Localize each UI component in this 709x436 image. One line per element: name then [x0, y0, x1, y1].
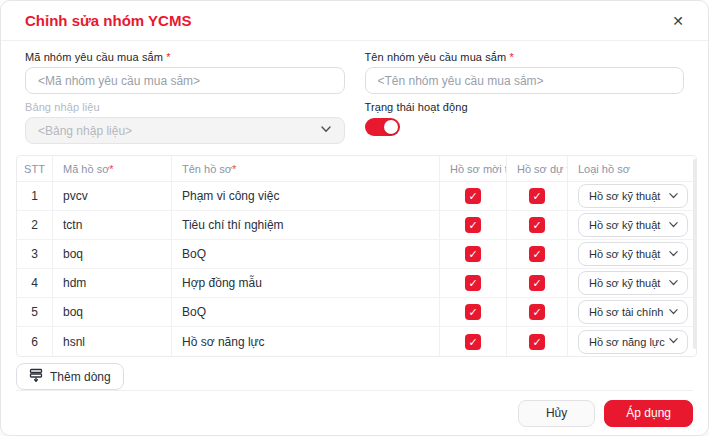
- dialog-footer: Hủy Áp dụng: [16, 390, 693, 435]
- cancel-button[interactable]: Hủy: [518, 400, 595, 427]
- edit-ycms-group-dialog: Chỉnh sửa nhóm YCMS ✕ Mã nhóm yêu cầu mu…: [0, 0, 709, 436]
- group-name-input[interactable]: [365, 67, 685, 94]
- doc-type-cell: Hồ sơ kỹ thuật: [568, 211, 696, 240]
- doc-type-select[interactable]: Hồ sơ năng lực: [578, 330, 688, 354]
- bid-checkbox-cell: ✓: [507, 298, 568, 327]
- invite-checkbox[interactable]: ✓: [465, 275, 481, 291]
- data-sheet-field: Bảng nhập liệu <Bảng nhập liệu>: [25, 101, 345, 144]
- doc-code-cell[interactable]: hdm: [53, 269, 172, 298]
- data-sheet-label: Bảng nhập liệu: [25, 101, 345, 114]
- invite-checkbox-cell: ✓: [440, 298, 507, 327]
- bid-checkbox[interactable]: ✓: [529, 246, 545, 262]
- invite-checkbox[interactable]: ✓: [465, 217, 481, 233]
- table-scrollbar[interactable]: [693, 159, 697, 349]
- header-stt: STT: [17, 156, 53, 182]
- bid-checkbox-cell: ✓: [507, 182, 568, 211]
- group-code-field: Mã nhóm yêu cầu mua sắm *: [25, 51, 345, 94]
- header-type: Loại hồ sơ: [568, 156, 696, 182]
- row-index-cell: 1: [17, 182, 53, 211]
- bid-checkbox-cell: ✓: [507, 269, 568, 298]
- add-row-button[interactable]: Thêm dòng: [16, 363, 124, 390]
- chevron-down-icon: [668, 335, 679, 348]
- doc-code-cell[interactable]: pvcv: [53, 182, 172, 211]
- row-index-cell: 6: [17, 327, 53, 356]
- status-toggle[interactable]: [365, 118, 400, 136]
- close-icon[interactable]: ✕: [670, 12, 686, 30]
- insert-row-icon: [29, 368, 43, 385]
- doc-type-select[interactable]: Hồ sơ kỹ thuật: [578, 213, 688, 237]
- doc-name-cell[interactable]: Tiêu chí thí nghiệm: [172, 211, 440, 240]
- invite-checkbox[interactable]: ✓: [465, 304, 481, 320]
- doc-type-select[interactable]: Hồ sơ tài chính: [578, 300, 688, 324]
- doc-type-cell: Hồ sơ năng lực: [568, 327, 696, 356]
- doc-type-select-value: Hồ sơ kỹ thuật: [589, 219, 660, 231]
- invite-checkbox[interactable]: ✓: [465, 188, 481, 204]
- invite-checkbox-cell: ✓: [440, 182, 507, 211]
- doc-type-select[interactable]: Hồ sơ kỹ thuật: [578, 242, 688, 266]
- doc-type-select-value: Hồ sơ kỹ thuật: [589, 190, 660, 202]
- row-index-cell: 5: [17, 298, 53, 327]
- add-row-label: Thêm dòng: [50, 370, 111, 384]
- dialog-body: Mã nhóm yêu cầu mua sắm * Tên nhóm yêu c…: [1, 41, 708, 390]
- doc-name-cell[interactable]: BoQ: [172, 240, 440, 269]
- doc-code-cell[interactable]: hsnl: [53, 327, 172, 356]
- table-row: 1pvcvPhạm vi công việc✓✓Hồ sơ kỹ thuật: [17, 182, 696, 211]
- apply-button[interactable]: Áp dụng: [604, 400, 693, 427]
- chevron-down-icon: [668, 277, 679, 290]
- toggle-knob: [384, 120, 398, 134]
- header-bid: Hồ sơ dự thầu: [507, 156, 568, 182]
- bid-checkbox[interactable]: ✓: [529, 188, 545, 204]
- table-header-row: STT Mã hồ sơ* Tên hồ sơ* Hồ sơ mời thầu …: [17, 156, 696, 182]
- table-row: 2tctnTiêu chí thí nghiệm✓✓Hồ sơ kỹ thuật: [17, 211, 696, 240]
- doc-name-cell[interactable]: Hồ sơ năng lực: [172, 327, 440, 356]
- doc-name-cell[interactable]: BoQ: [172, 298, 440, 327]
- invite-checkbox[interactable]: ✓: [465, 246, 481, 262]
- doc-type-select-value: Hồ sơ tài chính: [589, 306, 663, 318]
- chevron-down-icon: [320, 123, 332, 138]
- doc-type-select-value: Hồ sơ kỹ thuật: [589, 248, 660, 260]
- status-field: Trạng thái hoạt động: [365, 101, 685, 144]
- bid-checkbox-cell: ✓: [507, 211, 568, 240]
- doc-code-cell[interactable]: boq: [53, 240, 172, 269]
- documents-table: STT Mã hồ sơ* Tên hồ sơ* Hồ sơ mời thầu …: [16, 155, 697, 357]
- chevron-down-icon: [668, 248, 679, 261]
- doc-type-select[interactable]: Hồ sơ kỹ thuật: [578, 184, 688, 208]
- chevron-down-icon: [668, 306, 679, 319]
- documents-table-wrap: STT Mã hồ sơ* Tên hồ sơ* Hồ sơ mời thầu …: [16, 155, 693, 357]
- invite-checkbox[interactable]: ✓: [465, 334, 481, 350]
- dialog-title: Chỉnh sửa nhóm YCMS: [25, 12, 191, 29]
- bid-checkbox[interactable]: ✓: [529, 217, 545, 233]
- table-row: 5boqBoQ✓✓Hồ sơ tài chính: [17, 298, 696, 327]
- doc-type-select-value: Hồ sơ kỹ thuật: [589, 277, 660, 289]
- doc-code-cell[interactable]: tctn: [53, 211, 172, 240]
- data-sheet-select[interactable]: <Bảng nhập liệu>: [25, 117, 345, 144]
- invite-checkbox-cell: ✓: [440, 327, 507, 356]
- header-name: Tên hồ sơ*: [172, 156, 440, 182]
- group-code-input[interactable]: [25, 67, 345, 94]
- invite-checkbox-cell: ✓: [440, 269, 507, 298]
- group-name-label: Tên nhóm yêu cầu mua sắm *: [365, 51, 685, 64]
- bid-checkbox[interactable]: ✓: [529, 275, 545, 291]
- chevron-down-icon: [668, 219, 679, 232]
- bid-checkbox[interactable]: ✓: [529, 334, 545, 350]
- doc-name-cell[interactable]: Hợp đồng mẫu: [172, 269, 440, 298]
- group-name-field: Tên nhóm yêu cầu mua sắm *: [365, 51, 685, 94]
- doc-name-cell[interactable]: Phạm vi công việc: [172, 182, 440, 211]
- form-row-1: Mã nhóm yêu cầu mua sắm * Tên nhóm yêu c…: [25, 51, 684, 94]
- doc-type-cell: Hồ sơ kỹ thuật: [568, 269, 696, 298]
- invite-checkbox-cell: ✓: [440, 211, 507, 240]
- doc-code-cell[interactable]: boq: [53, 298, 172, 327]
- invite-checkbox-cell: ✓: [440, 240, 507, 269]
- required-asterisk: *: [166, 51, 170, 63]
- chevron-down-icon: [668, 190, 679, 203]
- dialog-header: Chỉnh sửa nhóm YCMS ✕: [1, 1, 708, 41]
- bid-checkbox[interactable]: ✓: [529, 304, 545, 320]
- form-row-2: Bảng nhập liệu <Bảng nhập liệu> Trạng th…: [25, 101, 684, 144]
- doc-type-select[interactable]: Hồ sơ kỹ thuật: [578, 271, 688, 295]
- doc-type-cell: Hồ sơ kỹ thuật: [568, 182, 696, 211]
- header-invite: Hồ sơ mời thầu: [440, 156, 507, 182]
- bid-checkbox-cell: ✓: [507, 240, 568, 269]
- doc-type-cell: Hồ sơ tài chính: [568, 298, 696, 327]
- header-code: Mã hồ sơ*: [53, 156, 172, 182]
- group-code-label: Mã nhóm yêu cầu mua sắm *: [25, 51, 345, 64]
